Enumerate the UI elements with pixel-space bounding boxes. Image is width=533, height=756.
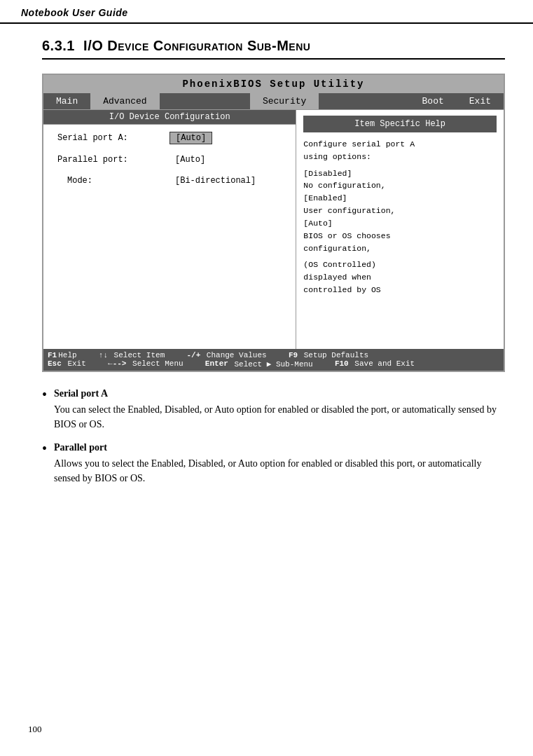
bullet-serial-body: You can select the Enabled, Disabled, or…: [54, 404, 497, 429]
mode-label: Mode:: [50, 176, 169, 186]
page-header: Notebook User Guide: [0, 0, 533, 24]
bullet-list: • Serial port A You can select the Enabl…: [42, 386, 505, 486]
bios-menu-bar: Main Advanced Security Boot Exit: [43, 93, 504, 109]
bullet-parallel-body: Allows you to select the Enabled, Disabl…: [54, 458, 481, 483]
menu-item-boot[interactable]: Boot: [410, 93, 457, 109]
bios-title-bar: PhoenixBIOS Setup Utility: [43, 75, 504, 93]
bios-help-content: Configure serial port A using options: […: [303, 138, 497, 296]
parallel-port-value[interactable]: [Auto]: [169, 154, 211, 165]
menu-item-main[interactable]: Main: [43, 93, 90, 109]
serial-port-value[interactable]: [Auto]: [169, 132, 212, 144]
page-number: 100: [28, 724, 42, 735]
bios-row-serial: Serial port A: [Auto]: [50, 132, 289, 144]
bios-row-parallel: Parallel port: [Auto]: [50, 154, 289, 165]
section-title: 6.3.1 I/O Device Configuration Sub-Menu: [42, 38, 505, 60]
bios-right-header: Item Specific Help: [303, 116, 497, 132]
bios-footer: F1 Help ↑↓ Select Item -/+ Change Values…: [43, 349, 504, 371]
menu-item-advanced[interactable]: Advanced: [90, 93, 159, 109]
parallel-port-label: Parallel port:: [50, 155, 169, 165]
bullet-item-parallel: • Parallel port Allows you to select the…: [42, 440, 505, 486]
menu-item-exit[interactable]: Exit: [457, 93, 504, 109]
bios-left-header: I/O Device Configuration: [43, 110, 296, 125]
bios-row-mode: Mode: [Bi-directional]: [50, 175, 289, 186]
menu-item-security[interactable]: Security: [250, 93, 319, 109]
bullet-parallel-heading: Parallel port: [54, 440, 505, 455]
mode-value[interactable]: [Bi-directional]: [169, 175, 261, 186]
serial-port-label: Serial port A:: [50, 133, 169, 143]
bios-container: PhoenixBIOS Setup Utility Main Advanced …: [42, 74, 505, 372]
bullet-serial-heading: Serial port A: [54, 386, 505, 401]
header-title: Notebook User Guide: [21, 7, 128, 18]
bullet-item-serial: • Serial port A You can select the Enabl…: [42, 386, 505, 432]
